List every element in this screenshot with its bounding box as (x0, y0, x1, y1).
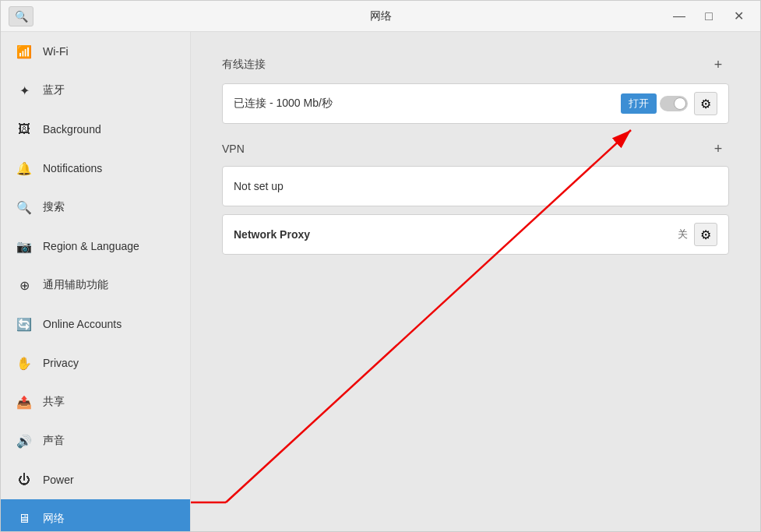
wired-section-header: 有线连接 + (222, 55, 729, 74)
notifications-icon: 🔔 (16, 160, 32, 176)
sidebar: 📶 Wi-Fi ✦ 蓝牙 🖼 Background 🔔 Notification… (1, 32, 191, 531)
main-window: 🔍 网络 — □ ✕ 📶 Wi-Fi ✦ 蓝牙 🖼 Background (0, 0, 761, 532)
sidebar-label-privacy: Privacy (43, 357, 79, 369)
proxy-section: Network Proxy 关 ⚙ (222, 214, 729, 255)
sidebar-item-sound[interactable]: 🔊 声音 (1, 421, 190, 460)
power-icon: ⏻ (16, 472, 32, 488)
vpn-section: VPN + Not set up (222, 139, 729, 206)
search-nav-icon: 🔍 (16, 199, 32, 215)
proxy-label: Network Proxy (234, 228, 678, 241)
titlebar: 🔍 网络 — □ ✕ (1, 1, 760, 32)
wired-connection-label: 已连接 - 1000 Mb/秒 (234, 97, 621, 111)
region-icon: 📷 (16, 238, 32, 254)
sidebar-item-network[interactable]: 🖥 网络 (1, 499, 190, 531)
proxy-card: Network Proxy 关 ⚙ (222, 214, 729, 255)
minimize-button[interactable]: — (665, 6, 693, 26)
sidebar-label-sharing: 共享 (43, 395, 65, 409)
sidebar-item-online-accounts[interactable]: 🔄 Online Accounts (1, 305, 190, 344)
main-content: 📶 Wi-Fi ✦ 蓝牙 🖼 Background 🔔 Notification… (1, 32, 760, 531)
sidebar-item-accessibility[interactable]: ⊕ 通用辅助功能 (1, 266, 190, 305)
vpn-status-card: Not set up (222, 166, 729, 206)
vpn-section-title: VPN (222, 143, 245, 155)
privacy-icon: ✋ (16, 355, 32, 371)
sidebar-item-notifications[interactable]: 🔔 Notifications (1, 149, 190, 188)
vpn-section-header: VPN + (222, 139, 729, 158)
sidebar-item-region[interactable]: 📷 Region & Language (1, 227, 190, 266)
sidebar-label-wifi: Wi-Fi (43, 45, 69, 58)
vpn-add-button[interactable]: + (707, 139, 729, 158)
background-icon: 🖼 (16, 122, 32, 137)
sidebar-label-sound: 声音 (43, 434, 65, 448)
bluetooth-icon: ✦ (16, 83, 32, 98)
sidebar-label-power: Power (43, 474, 74, 486)
sidebar-item-privacy[interactable]: ✋ Privacy (1, 344, 190, 382)
proxy-gear-button[interactable]: ⚙ (694, 223, 717, 246)
wired-gear-button[interactable]: ⚙ (694, 92, 717, 115)
sidebar-label-search: 搜索 (43, 200, 65, 214)
proxy-off-label: 关 (678, 227, 688, 241)
sidebar-item-sharing[interactable]: 📤 共享 (1, 382, 190, 421)
network-icon: 🖥 (16, 511, 32, 527)
wired-toggle-track[interactable] (660, 96, 688, 111)
proxy-gear-icon: ⚙ (700, 227, 711, 242)
window-title: 网络 (370, 9, 392, 23)
sidebar-item-wifi[interactable]: 📶 Wi-Fi (1, 32, 190, 71)
search-icon: 🔍 (15, 10, 28, 23)
sidebar-item-bluetooth[interactable]: ✦ 蓝牙 (1, 71, 190, 110)
sidebar-item-background[interactable]: 🖼 Background (1, 110, 190, 149)
vpn-status-label: Not set up (234, 180, 717, 192)
maximize-button[interactable]: □ (695, 6, 723, 26)
online-accounts-icon: 🔄 (16, 316, 32, 332)
sharing-icon: 📤 (16, 394, 32, 410)
accessibility-icon: ⊕ (16, 277, 32, 293)
sidebar-item-search[interactable]: 🔍 搜索 (1, 188, 190, 227)
sidebar-label-background: Background (43, 123, 101, 136)
sidebar-label-bluetooth: 蓝牙 (43, 83, 65, 97)
search-button[interactable]: 🔍 (9, 6, 33, 26)
wired-gear-icon: ⚙ (700, 97, 711, 111)
sound-icon: 🔊 (16, 433, 32, 449)
sidebar-label-accessibility: 通用辅助功能 (43, 278, 108, 292)
wired-connection-card: 已连接 - 1000 Mb/秒 打开 ⚙ (222, 83, 729, 124)
sidebar-label-region: Region & Language (43, 240, 139, 252)
wifi-icon: 📶 (16, 44, 32, 59)
wired-toggle-on-button[interactable]: 打开 (621, 93, 657, 114)
sidebar-label-online-accounts: Online Accounts (43, 318, 122, 330)
sidebar-label-network: 网络 (43, 512, 65, 526)
sidebar-item-power[interactable]: ⏻ Power (1, 460, 190, 499)
wired-section-title: 有线连接 (222, 58, 266, 72)
sidebar-label-notifications: Notifications (43, 162, 102, 174)
right-panel: 有线连接 + 已连接 - 1000 Mb/秒 打开 ⚙ VPN + (191, 32, 760, 531)
window-controls: — □ ✕ (665, 6, 752, 26)
wired-add-button[interactable]: + (707, 55, 729, 74)
close-button[interactable]: ✕ (724, 6, 752, 26)
